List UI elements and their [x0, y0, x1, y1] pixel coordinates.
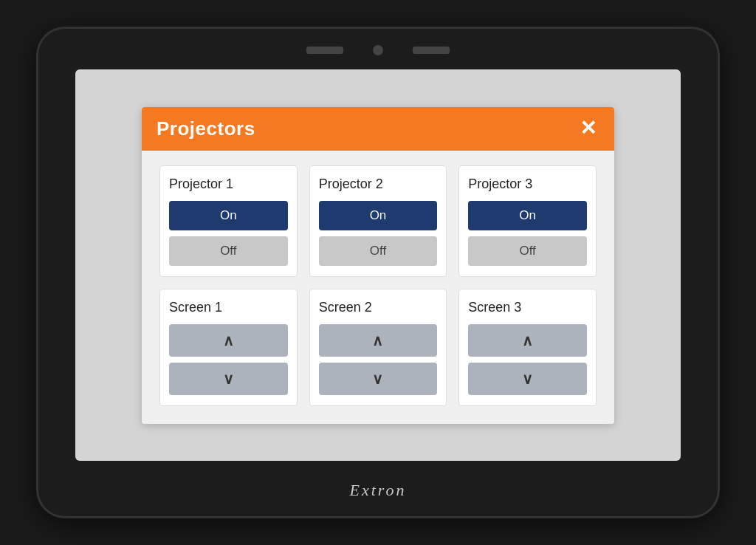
projector-3-on-button[interactable]: On: [468, 201, 587, 230]
device-frame: Projectors ✕ Projector 1 On Off Projecto…: [38, 29, 718, 516]
camera: [373, 45, 383, 55]
projectors-dialog: Projectors ✕ Projector 1 On Off Projecto…: [142, 107, 614, 424]
projector-2-on-button[interactable]: On: [319, 201, 438, 230]
projector-1-label: Projector 1: [169, 176, 288, 192]
projector-1-card: Projector 1 On Off: [159, 165, 298, 277]
screen-3-up-button[interactable]: ∧: [468, 324, 587, 357]
projector-1-on-button[interactable]: On: [169, 201, 288, 230]
projector-2-card: Projector 2 On Off: [309, 165, 447, 277]
screen-3-card: Screen 3 ∧ ∨: [458, 289, 597, 406]
screen-2-down-button[interactable]: ∨: [319, 363, 438, 395]
projector-1-off-button[interactable]: Off: [169, 236, 288, 266]
projector-3-off-button[interactable]: Off: [468, 236, 587, 266]
screen-2-up-button[interactable]: ∧: [319, 324, 438, 357]
dialog-body: Projector 1 On Off Projector 2 On Off Pr…: [142, 151, 614, 424]
device-bottom: Extron: [38, 481, 718, 500]
dialog-title: Projectors: [157, 117, 255, 140]
screen-1-label: Screen 1: [169, 300, 288, 315]
dialog-header: Projectors ✕: [142, 107, 614, 151]
screen-1-card: Screen 1 ∧ ∨: [159, 289, 298, 406]
projector-2-off-button[interactable]: Off: [319, 236, 438, 266]
projector-3-card: Projector 3 On Off: [458, 165, 597, 277]
brand-label: Extron: [349, 481, 406, 500]
screen-2-label: Screen 2: [319, 300, 438, 315]
right-speaker: [413, 47, 450, 54]
screen-3-label: Screen 3: [468, 300, 587, 315]
screen-3-down-button[interactable]: ∨: [468, 363, 587, 395]
screen: Projectors ✕ Projector 1 On Off Projecto…: [75, 69, 681, 461]
screen-2-card: Screen 2 ∧ ∨: [309, 289, 447, 406]
projector-2-label: Projector 2: [319, 176, 438, 192]
close-button[interactable]: ✕: [577, 118, 599, 139]
left-speaker: [306, 47, 343, 54]
screen-1-up-button[interactable]: ∧: [169, 324, 288, 357]
screen-1-down-button[interactable]: ∨: [169, 363, 288, 395]
projector-3-label: Projector 3: [468, 176, 587, 192]
device-top-bar: [38, 45, 718, 55]
